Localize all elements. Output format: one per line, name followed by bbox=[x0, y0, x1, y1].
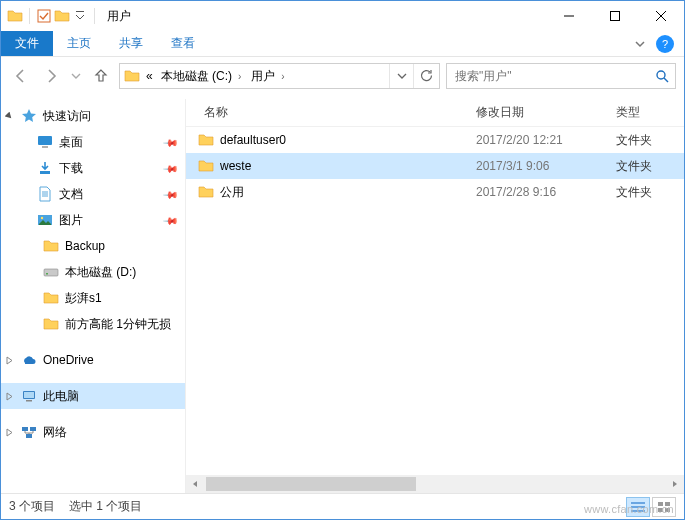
file-date: 2017/2/20 12:21 bbox=[476, 133, 616, 147]
table-row[interactable]: defaultuser02017/2/20 12:21文件夹 bbox=[186, 127, 684, 153]
file-rows: defaultuser02017/2/20 12:21文件夹weste2017/… bbox=[186, 127, 684, 475]
column-type-header[interactable]: 类型 bbox=[616, 104, 676, 121]
search-box[interactable] bbox=[446, 63, 676, 89]
sidebar-item[interactable]: 本地磁盘 (D:) bbox=[1, 259, 185, 285]
file-date: 2017/3/1 9:06 bbox=[476, 159, 616, 173]
recent-locations-button[interactable] bbox=[69, 64, 83, 88]
table-row[interactable]: 公用2017/2/28 9:16文件夹 bbox=[186, 179, 684, 205]
properties-checkbox-icon[interactable] bbox=[36, 8, 52, 24]
svg-rect-18 bbox=[665, 502, 670, 506]
search-icon[interactable] bbox=[655, 69, 669, 83]
maximize-button[interactable] bbox=[592, 1, 638, 31]
quick-access-toolbar bbox=[1, 8, 99, 24]
breadcrumb-segment[interactable]: 用户 › bbox=[249, 68, 288, 85]
breadcrumb-segment[interactable]: 本地磁盘 (C:) › bbox=[159, 68, 246, 85]
address-dropdown-button[interactable] bbox=[389, 64, 413, 88]
quick-access-star-icon bbox=[21, 108, 37, 124]
details-view-button[interactable] bbox=[626, 497, 650, 517]
folder-icon bbox=[124, 68, 140, 84]
pin-icon: 📌 bbox=[163, 186, 179, 202]
help-button[interactable]: ? bbox=[656, 35, 674, 53]
sidebar-item-label: Backup bbox=[63, 239, 105, 253]
sidebar-item[interactable]: 下载📌 bbox=[1, 155, 185, 181]
column-headers: 名称 修改日期 类型 bbox=[186, 99, 684, 127]
expand-ribbon-icon[interactable] bbox=[634, 38, 646, 50]
sidebar-item[interactable]: 文档📌 bbox=[1, 181, 185, 207]
expand-icon[interactable] bbox=[5, 428, 17, 437]
svg-rect-0 bbox=[38, 10, 50, 22]
tab-share[interactable]: 共享 bbox=[105, 31, 157, 56]
scroll-left-button[interactable] bbox=[186, 475, 204, 493]
file-name: defaultuser0 bbox=[220, 133, 286, 147]
nav-label: 快速访问 bbox=[41, 108, 91, 125]
network-icon bbox=[21, 424, 37, 440]
svg-rect-9 bbox=[44, 269, 58, 276]
back-button[interactable] bbox=[9, 64, 33, 88]
search-input[interactable] bbox=[453, 68, 651, 84]
sidebar-item-label: 本地磁盘 (D:) bbox=[63, 264, 136, 281]
expand-icon[interactable] bbox=[5, 392, 17, 401]
nav-quick-access[interactable]: 快速访问 bbox=[1, 103, 185, 129]
breadcrumb-label: 用户 bbox=[251, 68, 275, 85]
tab-file[interactable]: 文件 bbox=[1, 31, 53, 56]
item-count: 3 个项目 bbox=[9, 498, 55, 515]
scrollbar-thumb[interactable] bbox=[206, 477, 416, 491]
file-name: 公用 bbox=[220, 184, 244, 201]
pin-icon: 📌 bbox=[163, 212, 179, 228]
file-type: 文件夹 bbox=[616, 158, 676, 175]
address-bar[interactable]: « 本地磁盘 (C:) › 用户 › bbox=[119, 63, 440, 89]
pin-icon: 📌 bbox=[163, 134, 179, 150]
scroll-right-button[interactable] bbox=[666, 475, 684, 493]
table-row[interactable]: weste2017/3/1 9:06文件夹 bbox=[186, 153, 684, 179]
sidebar-item[interactable]: 图片📌 bbox=[1, 207, 185, 233]
tab-view[interactable]: 查看 bbox=[157, 31, 209, 56]
nav-onedrive[interactable]: OneDrive bbox=[1, 347, 185, 373]
chevron-right-icon[interactable]: › bbox=[279, 71, 286, 82]
sidebar-item[interactable]: Backup bbox=[1, 233, 185, 259]
separator bbox=[29, 8, 30, 24]
sidebar-item[interactable]: 桌面📌 bbox=[1, 129, 185, 155]
up-button[interactable] bbox=[89, 64, 113, 88]
sidebar-item[interactable]: 前方高能 1分钟无损 bbox=[1, 311, 185, 337]
svg-rect-2 bbox=[611, 12, 620, 21]
status-bar: 3 个项目 选中 1 个项目 bbox=[1, 493, 684, 519]
file-name: weste bbox=[220, 159, 251, 173]
sidebar-item[interactable]: 彭湃s1 bbox=[1, 285, 185, 311]
file-type: 文件夹 bbox=[616, 184, 676, 201]
this-pc-icon bbox=[21, 388, 37, 404]
column-name-header[interactable]: 名称 bbox=[186, 104, 476, 121]
svg-rect-12 bbox=[24, 392, 34, 398]
minimize-button[interactable] bbox=[546, 1, 592, 31]
explorer-window: 用户 文件 主页 共享 查看 ? bbox=[0, 0, 685, 520]
breadcrumb-label: 本地磁盘 (C:) bbox=[161, 68, 232, 85]
horizontal-scrollbar[interactable] bbox=[186, 475, 684, 493]
navigation-bar: « 本地磁盘 (C:) › 用户 › bbox=[1, 57, 684, 99]
tab-home[interactable]: 主页 bbox=[53, 31, 105, 56]
column-date-header[interactable]: 修改日期 bbox=[476, 104, 616, 121]
expand-icon[interactable] bbox=[5, 356, 17, 365]
svg-point-8 bbox=[41, 217, 43, 219]
separator bbox=[94, 8, 95, 24]
item-icon bbox=[37, 186, 53, 202]
collapse-icon[interactable] bbox=[5, 112, 17, 121]
item-icon bbox=[43, 264, 59, 280]
window-controls bbox=[546, 1, 684, 31]
close-button[interactable] bbox=[638, 1, 684, 31]
folder-qat-icon[interactable] bbox=[54, 8, 70, 24]
nav-this-pc[interactable]: 此电脑 bbox=[1, 383, 185, 409]
refresh-button[interactable] bbox=[413, 64, 437, 88]
breadcrumb-prefix[interactable]: « bbox=[144, 69, 155, 83]
qat-customize-icon[interactable] bbox=[72, 8, 88, 24]
chevron-right-icon[interactable]: › bbox=[236, 71, 243, 82]
large-icons-view-button[interactable] bbox=[652, 497, 676, 517]
folder-icon bbox=[198, 184, 214, 200]
selection-count: 选中 1 个项目 bbox=[69, 498, 142, 515]
svg-rect-10 bbox=[46, 273, 48, 275]
nav-network[interactable]: 网络 bbox=[1, 419, 185, 445]
svg-rect-6 bbox=[40, 171, 50, 174]
svg-rect-15 bbox=[30, 427, 36, 431]
forward-button[interactable] bbox=[39, 64, 63, 88]
svg-rect-4 bbox=[38, 136, 52, 145]
sidebar-item-label: 桌面 bbox=[57, 134, 83, 151]
svg-rect-14 bbox=[22, 427, 28, 431]
